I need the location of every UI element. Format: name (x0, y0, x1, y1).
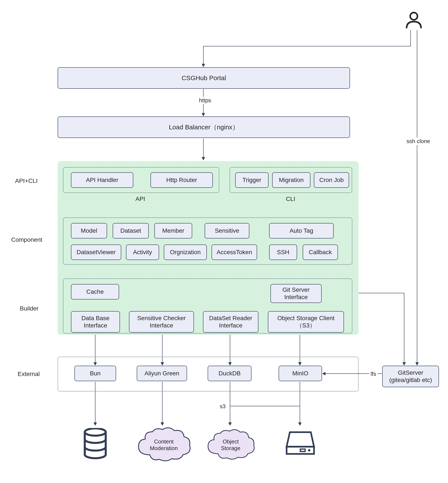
orgnization-box: Orgnization (164, 245, 207, 260)
migration-box: Migration (272, 172, 310, 188)
gitserver-label: GitServer (gitea/gitlab etc) (389, 369, 432, 384)
duckdb-box: DuckDB (208, 366, 252, 381)
minio-box: MinIO (279, 366, 322, 381)
object-storage-cloud: Object Storage (206, 427, 256, 463)
sensitive-checker-label: Sensitive Checker Interface (137, 315, 186, 329)
aliyun-green-box: Aliyun Green (137, 366, 187, 381)
auto-tag-label: Auto Tag (289, 227, 313, 234)
minio-label: MinIO (292, 370, 308, 377)
dataset-reader-label: DataSet Reader Interface (209, 315, 252, 329)
sensitive-checker-box: Sensitive Checker Interface (129, 311, 194, 333)
bun-box: Bun (74, 366, 116, 381)
git-server-interface-label: Git Server Interface (282, 286, 310, 301)
sensitive-label: Sensitive (215, 227, 239, 234)
object-storage-client-box: Object Storage Client （S3） (268, 311, 344, 333)
row-label-builder: Builder (20, 305, 39, 312)
cron-job-box: Cron Job (314, 172, 349, 188)
trigger-box: Trigger (235, 172, 269, 188)
csghub-portal-box: CSGHub Portal (58, 67, 350, 89)
object-storage-client-label: Object Storage Client （S3） (277, 315, 335, 329)
row-label-external: External (18, 371, 40, 378)
svg-point-0 (410, 12, 417, 20)
orgnization-label: Orgnization (170, 249, 200, 256)
git-server-interface-box: Git Server Interface (271, 284, 322, 303)
auto-tag-box: Auto Tag (269, 223, 334, 238)
trigger-label: Trigger (242, 176, 261, 184)
ssh-label: SSH (277, 249, 289, 256)
disk-icon (284, 428, 316, 458)
csghub-portal-label: CSGHub Portal (182, 74, 226, 82)
object-storage-label: Object Storage (221, 438, 240, 452)
cron-job-label: Cron Job (319, 176, 344, 184)
api-handler-box: API Handler (71, 172, 133, 188)
dataset-viewer-box: DatasetViewer (71, 245, 121, 260)
duckdb-label: DuckDB (219, 370, 241, 377)
database-icon (81, 428, 109, 460)
s3-edge-label: s3 (218, 403, 227, 410)
aliyun-green-label: Aliyun Green (144, 370, 179, 377)
api-caption: API (136, 196, 145, 202)
dataset-reader-box: DataSet Reader Interface (203, 311, 258, 333)
api-handler-label: API Handler (86, 176, 119, 184)
migration-label: Migration (279, 176, 304, 184)
cache-label: Cache (86, 288, 104, 295)
activity-box: Activity (126, 245, 159, 260)
https-edge-label: https (198, 97, 212, 104)
model-label: Model (81, 227, 97, 234)
access-token-box: AccessToken (212, 245, 257, 260)
row-label-component: Component (11, 236, 42, 243)
content-moderation-cloud: Content Moderation (136, 427, 192, 463)
load-balancer-label: Load Balancer（nginx） (169, 123, 239, 131)
cli-caption: CLI (286, 196, 295, 202)
content-moderation-label: Content Moderation (150, 438, 178, 452)
row-label-api-cli: API+CLI (15, 177, 38, 184)
ssh-box: SSH (269, 245, 297, 260)
lfs-edge-label: lfs (369, 370, 377, 378)
dataset-label: Dataset (120, 227, 141, 234)
gitserver-box: GitServer (gitea/gitlab etc) (382, 366, 439, 387)
cache-box: Cache (71, 284, 119, 300)
member-label: Member (162, 227, 184, 234)
access-token-label: AccessToken (217, 249, 252, 256)
dataset-viewer-label: DatasetViewer (77, 249, 116, 256)
model-box: Model (71, 223, 107, 238)
ssh-clone-edge-label: ssh clone (405, 137, 432, 145)
member-box: Member (154, 223, 192, 238)
http-router-box: Http Router (151, 172, 213, 188)
callback-box: Callback (303, 245, 338, 260)
db-interface-box: Data Base Interface (71, 311, 120, 333)
svg-rect-4 (300, 449, 305, 451)
dataset-box: Dataset (113, 223, 149, 238)
svg-point-1 (85, 428, 106, 436)
svg-point-3 (308, 449, 310, 451)
sensitive-box: Sensitive (205, 223, 249, 238)
activity-label: Activity (133, 249, 152, 256)
http-router-label: Http Router (166, 176, 197, 184)
callback-label: Callback (309, 249, 332, 256)
load-balancer-box: Load Balancer（nginx） (58, 117, 350, 138)
bun-label: Bun (90, 370, 101, 377)
user-icon (404, 11, 424, 30)
db-interface-label: Data Base Interface (81, 315, 110, 329)
